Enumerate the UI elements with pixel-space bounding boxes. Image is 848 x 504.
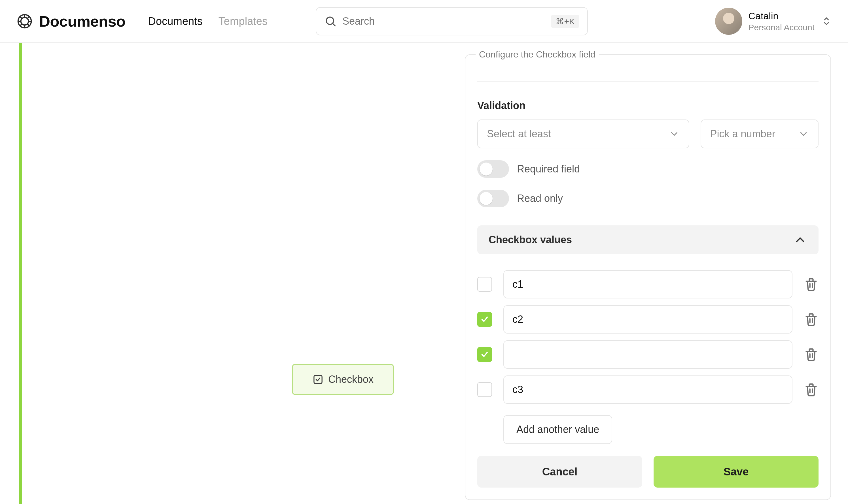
checkbox-values-title: Checkbox values — [489, 234, 572, 246]
brand-name: Documenso — [39, 13, 125, 30]
readonly-toggle[interactable] — [477, 190, 509, 207]
search-input[interactable] — [342, 15, 545, 27]
document-page[interactable]: Checkbox — [28, 43, 405, 504]
main-nav: Documents Templates — [148, 15, 267, 28]
value-input[interactable] — [503, 375, 793, 404]
chevron-up-down-icon — [821, 16, 832, 27]
checkbox-value-row — [477, 305, 818, 334]
nav-documents[interactable]: Documents — [148, 15, 203, 28]
chevron-up-icon — [793, 233, 807, 247]
field-config-panel: Configure the Checkbox field Validation … — [434, 43, 848, 504]
value-input[interactable] — [503, 340, 793, 368]
checkbox-icon — [312, 374, 324, 385]
brand[interactable]: Documenso — [16, 13, 125, 30]
chevron-down-icon — [669, 129, 680, 139]
cancel-button[interactable]: Cancel — [477, 456, 642, 488]
chevron-down-icon — [798, 129, 809, 139]
search-icon — [324, 15, 337, 28]
trash-icon[interactable] — [804, 312, 818, 327]
value-default-checkbox[interactable] — [477, 277, 492, 292]
nav-templates[interactable]: Templates — [219, 15, 267, 28]
required-label: Required field — [517, 163, 580, 175]
validation-label: Validation — [477, 100, 818, 111]
page-accent-bar — [19, 43, 22, 504]
save-button[interactable]: Save — [654, 456, 818, 488]
value-input[interactable] — [503, 305, 793, 334]
panel-legend: Configure the Checkbox field — [479, 49, 595, 59]
required-toggle[interactable] — [477, 160, 509, 178]
search-shortcut: ⌘+K — [551, 15, 579, 28]
document-preview-pane[interactable]: Checkbox — [0, 43, 434, 504]
checkbox-values-list — [477, 270, 818, 404]
checkbox-field-label: Checkbox — [328, 374, 374, 385]
validation-count-value: Pick a number — [710, 128, 776, 140]
avatar — [715, 8, 742, 35]
readonly-label: Read only — [517, 193, 563, 204]
trash-icon[interactable] — [804, 277, 818, 292]
trash-icon[interactable] — [804, 382, 818, 397]
account-name: Catalin — [748, 10, 815, 22]
checkbox-value-row — [477, 340, 818, 368]
account-menu[interactable]: Catalin Personal Account — [715, 8, 832, 35]
account-text: Catalin Personal Account — [748, 10, 815, 33]
svg-rect-3 — [314, 375, 322, 383]
global-search[interactable]: ⌘+K — [316, 7, 588, 35]
add-value-button[interactable]: Add another value — [503, 415, 612, 444]
field-config-card: Configure the Checkbox field Validation … — [465, 54, 831, 500]
divider — [477, 81, 818, 82]
checkbox-value-row — [477, 270, 818, 299]
trash-icon[interactable] — [804, 347, 818, 362]
value-default-checkbox[interactable] — [477, 347, 492, 362]
checkbox-value-row — [477, 375, 818, 404]
value-default-checkbox[interactable] — [477, 382, 492, 397]
account-subtitle: Personal Account — [748, 22, 815, 33]
brand-logo-icon — [16, 13, 33, 30]
value-default-checkbox[interactable] — [477, 312, 492, 327]
validation-rule-select[interactable]: Select at least — [477, 120, 689, 148]
app-header: Documenso Documents Templates ⌘+K Catali… — [0, 0, 848, 43]
checkbox-values-header[interactable]: Checkbox values — [477, 226, 818, 254]
value-input[interactable] — [503, 270, 793, 299]
validation-count-select[interactable]: Pick a number — [700, 120, 818, 148]
checkbox-field-placeholder[interactable]: Checkbox — [292, 364, 394, 395]
validation-rule-value: Select at least — [487, 128, 551, 140]
